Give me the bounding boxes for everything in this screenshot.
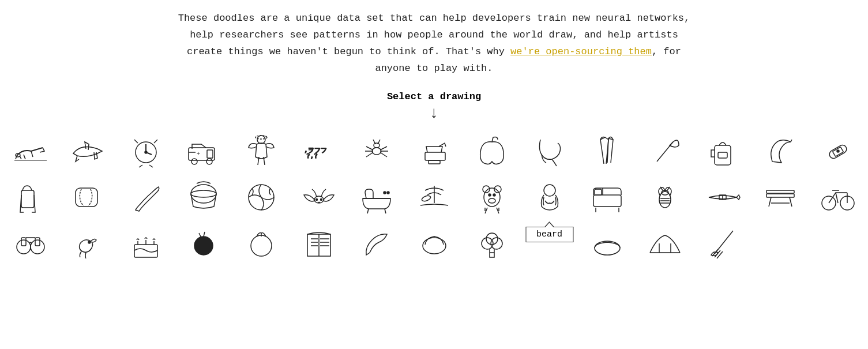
svg-point-29 [384,192,386,194]
doodle-empty-r3c14 [751,220,809,267]
doodle-baseball[interactable] [59,174,117,220]
svg-point-36 [489,194,491,196]
doodle-bandage[interactable] [809,128,867,174]
doodle-backpack[interactable] [694,128,751,174]
doodle-apple[interactable] [463,128,521,174]
doodle-basket[interactable] [175,174,232,220]
intro-text: These doodles are a unique data set that… [117,10,751,77]
arrow-down-icon: ↓ [0,104,868,122]
doodle-bat-animal[interactable] [290,174,348,220]
svg-rect-39 [593,195,621,207]
doodle-empty-r3c15 [809,220,867,267]
doodle-row-2: beard [0,174,868,220]
doodle-bread[interactable] [405,220,463,267]
intro-line1: These doodles are a unique data set that… [178,13,690,24]
svg-rect-45 [766,190,794,193]
svg-rect-16 [715,145,731,165]
svg-point-56 [423,238,446,254]
doodle-anvil[interactable] [405,128,463,174]
doodle-grid: + ,ヲフフ ?,? [0,128,868,267]
svg-rect-53 [134,245,157,257]
svg-rect-15 [429,160,440,164]
doodle-binoculars[interactable] [2,220,59,267]
doodle-banana[interactable] [751,128,809,174]
svg-rect-51 [35,238,40,246]
svg-text:+: + [197,151,200,157]
intro-line3: create things we haven't begun to think … [187,46,505,57]
open-source-link[interactable]: we're open-sourcing them [510,46,652,57]
doodle-belt[interactable] [694,174,751,220]
doodle-bridge[interactable] [636,220,694,267]
doodle-airplane[interactable] [59,128,117,174]
doodle-broom[interactable] [694,220,751,267]
svg-point-35 [489,198,495,203]
svg-point-49 [31,240,44,254]
doodle-bed[interactable] [578,174,636,220]
doodle-asparagus[interactable] [578,128,636,174]
svg-rect-17 [718,152,727,158]
intro-line2: help researchers see patterns in how peo… [190,29,678,40]
doodle-bread-loaf[interactable] [578,220,636,267]
svg-point-8 [257,136,265,144]
doodle-bicycle[interactable] [809,174,867,220]
intro-line4: , for [652,46,681,57]
doodle-book[interactable] [290,220,348,267]
svg-point-28 [320,198,322,200]
svg-rect-44 [766,194,794,197]
doodle-row-3 [0,220,868,267]
doodle-broccoli[interactable] [463,220,521,267]
doodle-alarm-clock[interactable] [117,128,175,174]
doodle-ant[interactable]: ,ヲフフ ?,? [290,128,348,174]
doodle-blackberry[interactable] [175,220,232,267]
doodle-row-1: + ,ヲフフ ?,? [0,128,868,174]
doodle-beard[interactable]: beard [521,174,578,220]
doodle-arm[interactable] [521,128,578,174]
svg-point-58 [491,238,502,249]
doodle-boomerang[interactable] [348,220,405,267]
doodle-blueberry[interactable] [232,220,290,267]
doodle-bear[interactable] [463,174,521,220]
svg-rect-50 [21,238,26,246]
doodle-bee[interactable] [636,174,694,220]
svg-point-54 [194,237,213,255]
svg-point-38 [544,185,555,196]
svg-point-6 [206,159,212,164]
doodle-bird[interactable] [59,220,117,267]
doodle-birthday-cake[interactable] [117,220,175,267]
doodle-beach[interactable] [405,174,463,220]
select-drawing-label: Select a drawing [0,91,868,102]
doodle-baseball-bat[interactable] [117,174,175,220]
doodle-bag[interactable] [2,174,59,220]
svg-point-27 [315,198,317,200]
doodle-basketball[interactable] [232,174,290,220]
svg-rect-40 [595,189,602,195]
svg-point-52 [88,241,91,243]
svg-point-32 [484,188,500,207]
svg-point-2 [145,151,147,153]
svg-point-20 [837,150,839,152]
doodle-bathtub[interactable] [348,174,405,220]
doodle-spider[interactable] [348,128,405,174]
svg-point-59 [486,233,498,245]
svg-point-48 [17,240,31,254]
svg-point-37 [493,194,495,196]
doodle-bench[interactable] [751,174,809,220]
svg-rect-22 [76,188,97,207]
svg-point-60 [595,241,620,255]
svg-point-41 [659,192,671,208]
svg-point-12 [372,148,381,155]
svg-point-13 [374,143,379,148]
doodle-ambulance[interactable]: + [175,128,232,174]
doodle-empty-r3c10 [521,220,578,267]
svg-point-31 [421,194,431,202]
svg-point-5 [191,159,197,164]
svg-point-23 [191,185,216,203]
svg-point-55 [251,235,272,256]
doodle-axe[interactable] [636,128,694,174]
svg-text:?,?: ?,? [306,152,318,160]
svg-rect-14 [425,152,445,160]
intro-line5: anyone to play with. [375,63,493,74]
doodle-airplane-landing[interactable] [2,128,59,174]
doodle-angel[interactable] [232,128,290,174]
svg-point-57 [482,238,493,249]
